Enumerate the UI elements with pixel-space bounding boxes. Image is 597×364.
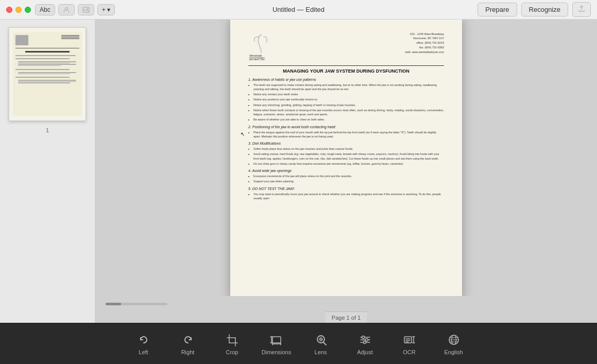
toolbar-item-right[interactable]: Right: [166, 323, 210, 365]
titlebar-left: Abc + ▾: [6, 4, 115, 15]
dimensions-label: Dimensions: [262, 349, 291, 355]
prepare-button[interactable]: Prepare: [477, 3, 517, 16]
section-1-num: 1. Awareness of habits or jaw use patter…: [248, 78, 444, 81]
bullet-item: The teeth are supposed to make contact d…: [253, 83, 444, 92]
add-tool-button[interactable]: + ▾: [97, 4, 115, 15]
toolbar-item-dimensions[interactable]: Dimensions: [254, 323, 299, 365]
ocr-icon: [402, 333, 417, 347]
svg-point-27: [363, 341, 366, 343]
text-tool-button[interactable]: Abc: [35, 4, 55, 15]
bullet-item: Notice when these tooth contacts or tens…: [253, 108, 444, 117]
bullet-item: You may want to periodically move your j…: [253, 192, 444, 201]
adjust-icon: [358, 333, 372, 347]
section-2-num: 2. Positioning of the jaw to avoid tooth…: [248, 125, 444, 129]
share-button[interactable]: [572, 2, 591, 17]
bullet-item: Avoid eating coarse, hard foods (eg. raw…: [253, 152, 444, 161]
dimensions-icon: [269, 333, 284, 347]
main-area: 1 Westside PHYSIOTHERAPY AND H: [0, 20, 597, 323]
section-3-bullets: Softer foods place less stress on the ja…: [248, 147, 444, 166]
scroll-thumb[interactable]: [106, 303, 121, 305]
toolbar-item-left[interactable]: Left: [122, 323, 166, 365]
svg-line-18: [323, 342, 326, 345]
window-title: Untitled — Edited: [272, 6, 325, 13]
contact-info: 210 - 1245 West Broadway Vancouver, BC V…: [405, 32, 444, 55]
crop-icon: [225, 333, 240, 347]
image-tool-button[interactable]: [78, 4, 94, 15]
traffic-lights: [6, 7, 31, 13]
page-info: Page 1 of 1: [332, 315, 361, 321]
doc-title: MANAGING YOUR JAW SYSTEM DURING DYSFUNCT…: [248, 68, 444, 74]
lens-icon: [314, 333, 328, 347]
adjust-label: Adjust: [357, 349, 373, 355]
rotate-left-icon: [137, 333, 151, 347]
toolbar-item-ocr[interactable]: OCR: [387, 323, 432, 365]
sidebar: 1: [0, 20, 95, 323]
titlebar: Abc + ▾ Untitled — Edited Prepare Recogn…: [0, 0, 597, 20]
toolbar-item-english[interactable]: English: [432, 323, 476, 365]
section-5-bullets: You may want to periodically move your j…: [248, 192, 444, 201]
document-page: Westside PHYSIOTHERAPY AND HAND CLINIC 2…: [230, 20, 462, 296]
bullet-item: Notice any contact your teeth make.: [253, 92, 444, 96]
bullet-item: Notice any positions your jaw continuall…: [253, 97, 444, 101]
scroll-area: [95, 296, 597, 311]
globe-icon: [447, 333, 461, 347]
toolbar-item-crop[interactable]: Crop: [210, 323, 254, 365]
doc-header: Westside PHYSIOTHERAPY AND HAND CLINIC 2…: [248, 32, 444, 60]
section-4-num: 4. Avoid wide jaw openings: [248, 169, 444, 172]
svg-text:AND HAND CLINIC: AND HAND CLINIC: [249, 59, 265, 60]
page-thumbnail-1[interactable]: [9, 27, 86, 121]
svg-point-26: [365, 338, 368, 341]
logo-area: Westside PHYSIOTHERAPY AND HAND CLINIC: [248, 32, 274, 60]
section-5-num: 5. DO NOT TEST THE JAW!: [248, 187, 444, 190]
bullet-item: Softer foods place less stress on the ja…: [253, 147, 444, 151]
content-area: Westside PHYSIOTHERAPY AND HAND CLINIC 2…: [95, 20, 597, 323]
bullet-item: Notice any clenching, grinding, gritting…: [253, 103, 444, 107]
left-label: Left: [139, 349, 148, 355]
thumb-content: [9, 28, 86, 120]
bottom-toolbar: Left Right Crop: [0, 323, 597, 364]
crop-label: Crop: [226, 349, 238, 355]
document-container: Westside PHYSIOTHERAPY AND HAND CLINIC 2…: [95, 20, 597, 296]
bullet-item: Support your jaw when yawning.: [253, 179, 444, 183]
page-number-label: 1: [46, 127, 49, 133]
contact-tool-button[interactable]: [58, 4, 75, 15]
bullet-item: Do not chew gum or chewy candy that requ…: [253, 162, 444, 166]
minimize-button[interactable]: [15, 7, 22, 13]
titlebar-right: Prepare Recognize: [477, 2, 591, 17]
maximize-button[interactable]: [25, 7, 31, 13]
status-bar: Page 1 of 1: [326, 311, 367, 323]
svg-rect-10: [272, 337, 281, 343]
section-3-num: 3. Diet Modifications: [248, 142, 444, 145]
close-button[interactable]: [6, 7, 12, 13]
svg-point-25: [362, 336, 364, 338]
bullet-item: Place the tongue against the roof of you…: [253, 130, 444, 139]
scroll-track[interactable]: [106, 303, 167, 305]
english-label: English: [444, 349, 463, 355]
section-2-bullets: ↖ Place the tongue against the roof of y…: [248, 130, 444, 139]
bullet-item: Be aware of whether you are able to chew…: [253, 117, 444, 122]
toolbar-item-lens[interactable]: Lens: [299, 323, 343, 365]
recognize-button[interactable]: Recognize: [521, 3, 568, 16]
divider-line: [248, 65, 444, 66]
right-label: Right: [181, 349, 195, 355]
lens-label: Lens: [315, 349, 327, 355]
bullet-item: Excessive movements of the jaw will plac…: [253, 174, 444, 178]
toolbar-item-adjust[interactable]: Adjust: [343, 323, 387, 365]
ocr-label: OCR: [403, 349, 415, 355]
section-1-bullets: The teeth are supposed to make contact d…: [248, 83, 444, 122]
section-4-bullets: Excessive movements of the jaw will plac…: [248, 174, 444, 184]
titlebar-tools: Abc + ▾: [35, 4, 115, 15]
rotate-right-icon: [181, 333, 195, 347]
cursor-indicator: ↖: [241, 131, 247, 141]
sidebar-scroll: 1: [5, 27, 90, 133]
svg-point-2: [87, 8, 88, 9]
thumb-inner: [13, 32, 81, 116]
